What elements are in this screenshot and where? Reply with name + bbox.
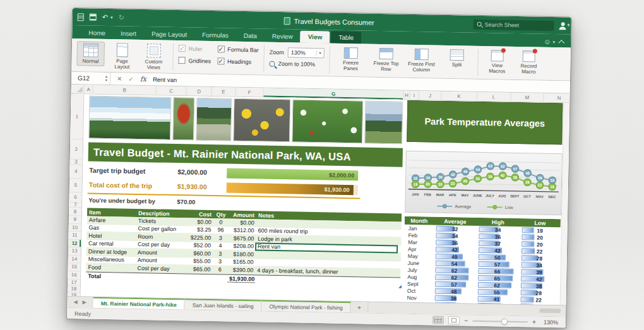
items-cell[interactable]: Hotel xyxy=(86,232,136,239)
items-cell[interactable]: 96 xyxy=(213,227,228,233)
items-cell[interactable]: 3 xyxy=(213,250,228,257)
items-cell[interactable]: Tickets xyxy=(136,218,188,225)
park-photo-2[interactable] xyxy=(172,97,194,141)
row-header-15[interactable]: 15 xyxy=(68,263,80,271)
items-cell[interactable]: $390.00 xyxy=(227,266,255,273)
items-cell[interactable]: $165.00 xyxy=(228,259,256,266)
total-cost-bar[interactable]: $1,930.00 xyxy=(227,183,358,196)
items-cell[interactable]: 3 xyxy=(213,235,228,241)
temps-month-cell[interactable]: Mar xyxy=(404,239,433,246)
park-photo-6[interactable] xyxy=(364,101,403,144)
column-header-n[interactable]: N xyxy=(544,93,569,103)
temps-month-cell[interactable]: Jan xyxy=(405,225,434,232)
ribbon-tab-review[interactable]: Review xyxy=(265,30,301,43)
confirm-entry-icon[interactable]: ✓ xyxy=(128,76,134,83)
total-value[interactable]: $1,930.00 xyxy=(227,275,255,283)
items-cell[interactable] xyxy=(256,262,401,265)
items-cell[interactable] xyxy=(256,223,402,225)
items-cell[interactable]: Food xyxy=(86,264,135,271)
normal-view-button[interactable] xyxy=(432,316,444,324)
temperature-chart[interactable]: JANFEBMARAPRMAYJUNEJULYAUGSEPTOCTNOVDEC3… xyxy=(405,151,563,216)
column-header-i[interactable]: I xyxy=(410,91,419,100)
under-budget-label[interactable]: You're under budget by xyxy=(88,197,155,205)
select-all-corner[interactable] xyxy=(71,85,85,93)
zoom-to-100-button[interactable]: Zoom to 100% xyxy=(269,61,324,68)
ribbon-tab-formulas[interactable]: Formulas xyxy=(194,29,236,42)
items-cell[interactable]: $225.00 xyxy=(188,234,213,241)
items-cell[interactable]: Car rental xyxy=(86,240,136,247)
add-sheet-button[interactable]: + xyxy=(351,302,369,312)
temps-month-cell[interactable]: July xyxy=(403,266,432,274)
row-header-4[interactable]: 4 xyxy=(69,165,82,179)
total-cost-value[interactable]: $1,930.00 xyxy=(177,182,207,191)
temps-month-cell[interactable]: May xyxy=(404,252,433,260)
gridlines-checkbox[interactable]: Gridlines xyxy=(178,57,211,64)
search-input[interactable]: Search Sheet xyxy=(473,19,554,30)
next-sheet-icon[interactable]: ▶ xyxy=(83,299,86,305)
row-header-11[interactable]: 11 xyxy=(68,232,81,240)
items-cell[interactable]: 4 xyxy=(213,242,228,249)
total-label[interactable]: Total xyxy=(86,273,135,280)
column-header-h[interactable]: H xyxy=(403,91,410,100)
temps-month-cell[interactable]: Sept xyxy=(403,280,432,288)
freeze-first-column-button[interactable]: Freeze First Column xyxy=(405,47,438,74)
column-header-d[interactable]: D xyxy=(186,86,212,96)
items-cell[interactable]: $180.00 xyxy=(228,250,256,257)
column-header-m[interactable]: M xyxy=(511,93,544,102)
items-cell[interactable]: 3 xyxy=(213,258,228,264)
column-header-l[interactable]: L xyxy=(477,92,511,102)
temps-month-cell[interactable]: Feb xyxy=(404,232,433,239)
page-layout-view-button[interactable] xyxy=(448,316,460,324)
zoom-out-icon[interactable]: − xyxy=(464,317,468,324)
items-cell[interactable]: $208.00 xyxy=(228,243,256,250)
ribbon-tab-table[interactable]: Table xyxy=(331,32,361,44)
freeze-top-row-button[interactable]: Freeze Top Row xyxy=(370,47,402,74)
ribbon-tab-insert[interactable]: Insert xyxy=(113,27,144,40)
redo-icon[interactable]: ↻ xyxy=(118,14,124,21)
items-cell[interactable]: Cost per day xyxy=(136,241,188,249)
save-icon[interactable] xyxy=(90,14,97,21)
new-document-icon[interactable] xyxy=(78,13,84,21)
table-resize-handle[interactable] xyxy=(398,285,402,288)
zoom-slider-thumb[interactable] xyxy=(501,318,508,324)
row-header-10[interactable]: 10 xyxy=(68,223,81,232)
ruler-checkbox[interactable]: ✓Ruler xyxy=(179,45,212,52)
name-box[interactable]: G12 ▴▾ xyxy=(71,72,110,85)
row-header-17[interactable]: 17 xyxy=(68,279,80,285)
zoom-in-icon[interactable]: + xyxy=(532,318,536,325)
items-cell[interactable]: $3.25 xyxy=(188,227,213,233)
column-header-a[interactable]: A xyxy=(85,85,93,93)
column-header-j[interactable]: J xyxy=(419,91,441,100)
items-cell[interactable]: $52.00 xyxy=(188,242,213,249)
record-macro-button[interactable]: Record Macro xyxy=(515,49,543,76)
temps-month-cell[interactable]: Oct xyxy=(403,287,432,295)
horizontal-scrollbar[interactable] xyxy=(539,309,561,314)
items-cell[interactable]: $0.00 xyxy=(188,218,213,225)
items-cell[interactable]: Miscellaneous xyxy=(86,256,136,263)
row-header-5[interactable]: 5 xyxy=(69,179,82,192)
items-cell[interactable]: Airfare xyxy=(87,216,136,223)
undo-dropdown-icon[interactable]: ▾ xyxy=(110,15,113,20)
park-photo-3[interactable] xyxy=(196,98,232,141)
headings-checkbox[interactable]: ✓Headings xyxy=(217,57,259,65)
custom-views-view-button[interactable]: Custom Views xyxy=(140,42,168,72)
formula-bar-checkbox[interactable]: ✓Formula Bar xyxy=(217,45,259,53)
items-cell[interactable]: Cost per day xyxy=(135,265,187,273)
target-budget-value[interactable]: $2,000.00 xyxy=(177,168,207,176)
name-box-stepper[interactable]: ▴▾ xyxy=(105,75,107,81)
items-cell[interactable]: 6 xyxy=(212,266,227,273)
items-cell[interactable]: Amount xyxy=(136,249,188,257)
total-cost-label[interactable]: Total cost of the trip xyxy=(89,181,152,190)
sheet-title-cell[interactable]: Travel Budget - Mt. Rainier National Par… xyxy=(88,143,403,167)
sheet-tab-san-juan-islands-sailing[interactable]: San Juan Islands - sailing xyxy=(185,298,262,310)
undo-icon[interactable]: ↶ xyxy=(102,14,108,21)
column-header-e[interactable]: E xyxy=(212,87,236,97)
items-cell[interactable] xyxy=(256,254,401,257)
row-header-13[interactable]: 13 xyxy=(68,247,81,256)
zoom-slider[interactable] xyxy=(472,320,528,322)
view-macros-button[interactable]: View Macros xyxy=(483,49,511,76)
items-cell[interactable]: Room xyxy=(136,233,188,241)
row-header-8[interactable]: 8 xyxy=(69,208,81,216)
feedback-dropdown-icon[interactable]: ▾ xyxy=(553,39,556,44)
items-cell[interactable]: $0.00 xyxy=(229,219,256,226)
